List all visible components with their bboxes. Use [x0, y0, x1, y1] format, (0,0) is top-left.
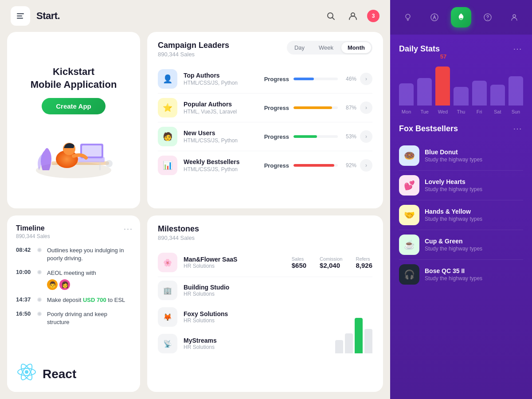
sidebar-icon-fox[interactable]	[451, 7, 471, 27]
milestones-card: Milestones 890,344 Sales 🌸 Man&Flower Sa…	[147, 215, 383, 392]
sidebar-icon-user[interactable]	[504, 7, 524, 27]
timeline-dot	[37, 270, 42, 274]
svg-point-23	[513, 15, 516, 17]
right-sidebar: Daily Stats ⋯ 57 Mon Tue Wed Thu Fri Sat…	[390, 0, 532, 399]
milestones-title: Milestones	[158, 224, 372, 234]
fox-bestsellers-section: Fox Bestsellers ⋯ 🍩 Blue Donut Study the…	[390, 123, 532, 399]
user-icon[interactable]	[345, 8, 361, 24]
author-rows: 👤 Top Authors HTML/CSS/JS, Python Progre…	[158, 65, 372, 180]
svg-rect-1	[17, 16, 22, 16]
bestseller-name-3: Hands & Yellow	[425, 208, 482, 215]
bestseller-img-1: 🍩	[399, 145, 419, 166]
author-icon-4: 📊	[158, 156, 177, 175]
timeline-avatars: 👨 👩	[47, 279, 96, 290]
campaign-header: Campaign Leaders 890,344 Sales Day Week …	[158, 41, 372, 58]
chart-label-sun: Sun	[509, 109, 523, 114]
illustration	[29, 121, 118, 175]
sidebar-icon-lightbulb[interactable]	[398, 7, 418, 27]
progress-section-4: Progress 92%	[264, 162, 356, 169]
milestone-row-2: 🏢 Building Studio HR Solutions	[158, 277, 335, 304]
milestone-icon-2: 🏢	[158, 281, 177, 300]
progress-section-2: Progress 87%	[264, 105, 356, 111]
milestone-row-1: 🌸 Man&Flower SaaS HR Solutions Sales $65…	[158, 248, 372, 277]
milestone-bar-chart	[335, 335, 372, 357]
milestone-icon-4: 📡	[158, 334, 177, 353]
sidebar-icon-alpha[interactable]	[424, 7, 445, 27]
tab-week[interactable]: Week	[313, 42, 340, 53]
campaign-card: Campaign Leaders 890,344 Sales Day Week …	[147, 32, 383, 208]
author-row-3: 🧑 New Users HTML/CSS/JS, Python Progress…	[158, 122, 372, 151]
progress-bar-bg-2	[293, 106, 338, 109]
progress-bar-1	[293, 78, 314, 80]
chart-label-fri: Fri	[472, 109, 487, 114]
bestseller-name-2: Lovely Hearts	[425, 178, 482, 185]
timeline-item-3: 14:37 Make deposit USD 700 to ESL	[16, 296, 131, 304]
sidebar-icon-question[interactable]	[477, 7, 498, 27]
row-chevron-3[interactable]: ›	[360, 130, 372, 143]
tab-day[interactable]: Day	[288, 42, 311, 53]
daily-stats-section: Daily Stats ⋯ 57 Mon Tue Wed Thu Fri Sat…	[390, 35, 532, 123]
svg-point-22	[487, 19, 488, 20]
daily-stats-options[interactable]: ⋯	[513, 43, 523, 54]
campaign-subtitle: 890,344 Sales	[158, 51, 229, 58]
svg-line-4	[332, 18, 335, 20]
search-icon[interactable]	[323, 8, 339, 24]
header: Start. 3	[0, 0, 390, 32]
svg-point-15	[25, 370, 28, 374]
author-icon-2: ⭐	[158, 98, 177, 117]
fox-bestsellers-header: Fox Bestsellers ⋯	[399, 123, 523, 134]
bestseller-img-3: 🤝	[399, 205, 419, 225]
bestseller-name-5: Bose QC 35 II	[425, 267, 482, 274]
daily-stats-title: Daily Stats	[399, 44, 440, 54]
create-app-button[interactable]: Create App	[42, 98, 105, 114]
svg-rect-2	[17, 18, 23, 19]
milestone-stats: Sales $650 Comission $2,040 Refers 8,926	[292, 256, 372, 269]
timeline-item-4: 16:50 Poorly driving and keep structure	[16, 310, 131, 326]
react-icon	[16, 361, 37, 387]
progress-bar-4	[293, 164, 334, 167]
timeline-subtitle: 890,344 Sales	[16, 233, 131, 239]
bestseller-sub-5: Study the highway types	[425, 275, 482, 282]
chart-label-mon: Mon	[399, 109, 414, 114]
svg-point-13	[106, 160, 113, 167]
bestseller-sub-1: Study the highway types	[425, 156, 482, 163]
bestseller-item-5[interactable]: 🎧 Bose QC 35 II Study the highway types	[399, 260, 523, 289]
bestseller-img-2: 💕	[399, 175, 419, 196]
svg-rect-14	[99, 160, 101, 170]
react-footer: React	[7, 356, 140, 392]
sidebar-top-icons	[390, 0, 532, 35]
author-row-4: 📊 Weekly Bestsellers HTML/CSS/JS, Python…	[158, 151, 372, 180]
chart-bar-fri	[472, 81, 487, 106]
logo	[11, 6, 30, 26]
milestones-subtitle: 890,344 Sales	[158, 235, 372, 241]
progress-section-3: Progress 53%	[264, 133, 356, 140]
milestone-row-4: 📡 MyStreams HR Solutions	[158, 330, 335, 357]
row-chevron-1[interactable]: ›	[360, 73, 372, 85]
row-chevron-4[interactable]: ›	[360, 159, 372, 172]
bestseller-list: 🍩 Blue Donut Study the highway types 💕 L…	[399, 141, 523, 289]
bestseller-item-3[interactable]: 🤝 Hands & Yellow Study the highway types	[399, 200, 523, 230]
progress-bar-bg-4	[293, 164, 338, 167]
row-chevron-2[interactable]: ›	[360, 102, 372, 114]
kickstart-card: Kickstart Mobile Application Create App	[7, 32, 140, 208]
bestseller-item-1[interactable]: 🍩 Blue Donut Study the highway types	[399, 141, 523, 171]
svg-rect-0	[17, 13, 24, 14]
timeline-options[interactable]: ···	[124, 224, 133, 234]
notification-badge[interactable]: 3	[367, 10, 379, 22]
bestseller-sub-3: Study the highway types	[425, 216, 482, 222]
timeline-item-2: 10:00 AEOL meeting with 👨 👩	[16, 269, 131, 289]
chart-bar-mon	[399, 83, 414, 106]
bestseller-item-2[interactable]: 💕 Lovely Hearts Study the highway types	[399, 171, 523, 200]
bestseller-item-4[interactable]: ☕ Cup & Green Study the highway types	[399, 230, 523, 260]
chart-label-wed: Wed	[435, 109, 450, 114]
progress-bar-3	[293, 135, 317, 138]
chart-label-tue: Tue	[417, 109, 432, 114]
fox-bestsellers-options[interactable]: ⋯	[513, 123, 523, 134]
tab-group: Day Week Month	[287, 41, 372, 55]
milestone-icon-3: 🦊	[158, 307, 177, 327]
chart-label-sat: Sat	[490, 109, 505, 114]
timeline-title: Timeline	[16, 224, 131, 232]
kickstart-title: Kickstart Mobile Application	[31, 66, 117, 91]
tab-month[interactable]: Month	[341, 42, 371, 53]
milestone-row-3: 🦊 Foxy Solutions HR Solutions	[158, 304, 335, 330]
